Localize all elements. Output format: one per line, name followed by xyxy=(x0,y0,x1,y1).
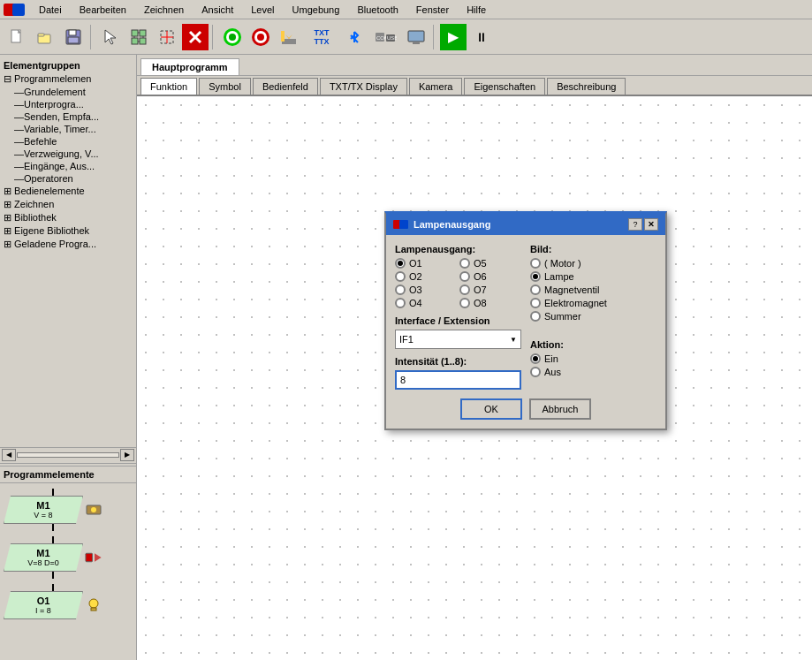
radio-o6[interactable]: O6 xyxy=(459,271,521,282)
sidebar-item-bedienelemente[interactable]: ⊞ Bedienelemente xyxy=(0,185,136,198)
svg-point-22 xyxy=(229,34,236,41)
content-area: Hauptprogramm Funktion Symbol Bedienfeld… xyxy=(137,55,812,660)
interface-dropdown[interactable]: IF1 ▼ xyxy=(395,330,521,349)
sidebar-item-zeichnen[interactable]: ⊞ Zeichnen xyxy=(0,198,136,211)
sidebar-item-befehle[interactable]: —Befehle xyxy=(0,135,136,148)
subtab-bedienfeld[interactable]: Bedienfeld xyxy=(253,78,318,95)
subtab-beschreibung[interactable]: Beschreibung xyxy=(547,78,626,95)
radio-o1[interactable]: O1 xyxy=(395,258,457,269)
subtab-kamera[interactable]: Kamera xyxy=(409,78,463,95)
sidebar-item-geladene[interactable]: ⊞ Geladene Progra... xyxy=(0,238,136,251)
sidebar-item-grundelement[interactable]: —Grundelement xyxy=(0,86,136,98)
intensitaet-input[interactable] xyxy=(395,370,521,390)
sidebar-item-eigene[interactable]: ⊞ Eigene Bibliothek xyxy=(0,224,136,238)
elem1-sub: V = 8 xyxy=(34,511,52,520)
menu-hilfe[interactable]: Hilfe xyxy=(463,4,489,16)
radio-o7[interactable]: O7 xyxy=(459,284,521,295)
hscroll-track[interactable] xyxy=(17,452,119,458)
radio-o6-label: O6 xyxy=(474,271,487,282)
save-button[interactable] xyxy=(60,24,87,50)
radio-aus[interactable]: Aus xyxy=(530,367,656,377)
radio-o2[interactable]: O2 xyxy=(395,271,457,282)
menu-ansicht[interactable]: Ansicht xyxy=(198,4,237,16)
sidebar-item-variable[interactable]: —Variable, Timer... xyxy=(0,123,136,135)
radio-motor-label: ( Motor ) xyxy=(544,258,581,269)
svg-marker-6 xyxy=(105,30,116,44)
connect-button[interactable] xyxy=(125,24,152,50)
radio-summer-label: Summer xyxy=(544,311,581,322)
dialog-close-btn[interactable]: ✕ xyxy=(644,218,658,231)
sidebar-item-eingaenge[interactable]: —Eingänge, Aus... xyxy=(0,160,136,172)
sidebar-item-senden[interactable]: —Senden, Empfa... xyxy=(0,110,136,123)
prog-panel-header: Programmelemente xyxy=(0,467,136,483)
stop-button[interactable] xyxy=(247,24,274,50)
menu-fenster[interactable]: Fenster xyxy=(413,4,452,16)
sidebar-item-programmelemente[interactable]: ⊟ Programmelemen xyxy=(0,72,136,86)
radio-o8[interactable]: O8 xyxy=(459,298,521,308)
menu-umgebung[interactable]: Umgebung xyxy=(289,4,344,16)
ok-button[interactable]: OK xyxy=(460,398,522,420)
dialog-body: Lampenausgang: O1 O5 xyxy=(386,235,665,429)
menu-bearbeiten[interactable]: Bearbeiten xyxy=(76,4,130,16)
prog-elem-2[interactable]: M1 V=8 D=0 xyxy=(4,536,102,579)
subtab-symbol[interactable]: Symbol xyxy=(199,78,251,95)
open-button[interactable] xyxy=(32,24,58,50)
radio-o3-label: O3 xyxy=(409,284,422,295)
subtab-funktion[interactable]: Funktion xyxy=(140,78,197,95)
radio-o8-circle xyxy=(459,298,470,308)
radio-magnetventil-circle xyxy=(530,284,541,295)
dialog-titlebar: Lampenausgang ? ✕ xyxy=(386,214,665,235)
radio-lampe[interactable]: Lampe xyxy=(530,271,656,282)
menu-zeichnen[interactable]: Zeichnen xyxy=(140,4,187,16)
radio-ein[interactable]: Ein xyxy=(530,353,656,364)
radio-o4[interactable]: O4 xyxy=(395,298,457,308)
menu-datei[interactable]: Datei xyxy=(35,4,65,16)
svg-rect-28 xyxy=(281,31,285,42)
prog-elem-3[interactable]: O1 I = 8 xyxy=(4,584,102,619)
svg-text:USB: USB xyxy=(387,35,397,41)
play-button[interactable]: ▶ xyxy=(440,24,467,50)
dialog-title-buttons: ? ✕ xyxy=(628,218,658,231)
select-button[interactable] xyxy=(154,24,180,50)
subtab-eigenschaften[interactable]: Eigenschaften xyxy=(464,78,545,95)
subtab-txtdisplay[interactable]: TXT/TX Display xyxy=(320,78,407,95)
cancel-button[interactable]: Abbruch xyxy=(529,398,591,420)
radio-motor[interactable]: ( Motor ) xyxy=(530,258,656,269)
toolbar-sep-1 xyxy=(90,25,94,49)
radio-lampe-circle xyxy=(530,271,541,282)
dialog-help-btn[interactable]: ? xyxy=(628,218,642,231)
radio-o5[interactable]: O5 xyxy=(459,258,521,269)
txttx-label: TXTTTX xyxy=(315,28,330,46)
radio-o2-label: O2 xyxy=(409,271,422,282)
menubar: Datei Bearbeiten Zeichnen Ansicht Level … xyxy=(0,0,812,19)
expand-icon-4: ⊞ xyxy=(4,212,11,223)
download-button[interactable] xyxy=(276,24,302,50)
scroll-left-btn[interactable]: ◀ xyxy=(2,449,16,461)
delete-button[interactable] xyxy=(182,24,209,50)
radio-summer[interactable]: Summer xyxy=(530,311,656,322)
sidebar-item-operatoren[interactable]: —Operatoren xyxy=(0,172,136,185)
start-button[interactable] xyxy=(219,24,246,50)
radio-elektromagnet[interactable]: Elektromagnet xyxy=(530,298,656,308)
radio-o3[interactable]: O3 xyxy=(395,284,457,295)
prog-elem-1[interactable]: M1 V = 8 xyxy=(4,489,102,531)
pause-button[interactable]: ⏸ xyxy=(468,24,495,50)
bluetooth-button[interactable] xyxy=(341,24,368,50)
sidebar-item-verzweigung[interactable]: —Verzweigung, V... xyxy=(0,148,136,160)
sidebar-tree: Elementgruppen ⊟ Programmelemen —Grundel… xyxy=(0,55,136,447)
radio-magnetventil[interactable]: Magnetventil xyxy=(530,284,656,295)
tab-hauptprogramm[interactable]: Hauptprogramm xyxy=(140,58,239,75)
cursor-button[interactable] xyxy=(97,24,124,50)
txttx-button[interactable]: TXTTTX xyxy=(304,24,339,50)
radio-o5-circle xyxy=(459,258,470,269)
com-usb-button[interactable]: COMUSB xyxy=(369,24,401,50)
menu-level[interactable]: Level xyxy=(247,4,277,16)
sidebar-item-bibliothek[interactable]: ⊞ Bibliothek xyxy=(0,211,136,224)
menu-bluetooth[interactable]: Bluetooth xyxy=(353,4,401,16)
sidebar-item-unterprogramm[interactable]: —Unterprogra... xyxy=(0,98,136,110)
dialog-right-col: Bild: ( Motor ) Lampe xyxy=(530,244,656,390)
scroll-right-btn[interactable]: ▶ xyxy=(120,449,134,461)
canvas-area[interactable]: O1 I = 8 xyxy=(137,96,812,660)
monitor-button[interactable] xyxy=(403,24,429,50)
new-button[interactable] xyxy=(4,24,30,50)
